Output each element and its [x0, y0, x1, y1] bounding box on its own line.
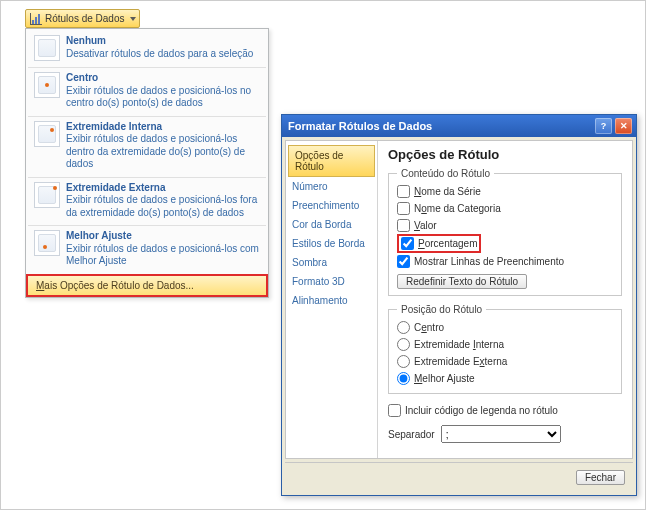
nav-item-border-color[interactable]: Cor da Borda	[286, 215, 377, 234]
chk-category-name-label: Nome da Categoria	[414, 203, 501, 214]
reset-label-text-button[interactable]: Redefinir Texto do Rótulo	[397, 274, 527, 289]
rad-best-fit-input[interactable]	[397, 372, 410, 385]
dialog-body: Opções de Rótulo Número Preenchimento Co…	[285, 140, 633, 459]
menu-item-texts: Extremidade Externa Exibir rótulos de da…	[66, 182, 260, 220]
chk-series-name-input[interactable]	[397, 185, 410, 198]
chk-series-name-label: Nome da Série	[414, 186, 481, 197]
menu-item-desc: Exibir rótulos de dados e posicioná-los …	[66, 194, 260, 219]
chk-category-name[interactable]: Nome da Categoria	[397, 200, 613, 217]
chk-leader-lines-label: Mostrar Linhas de Preenchimento	[414, 256, 564, 267]
rad-best-fit[interactable]: Melhor Ajuste	[397, 370, 613, 387]
rad-outside-end-label: Extremidade Externa	[414, 356, 507, 367]
dropdown-button-label: Rótulos de Dados	[45, 13, 125, 24]
separator-row: Separador ;	[388, 425, 622, 443]
data-labels-dropdown-button[interactable]: Rótulos de Dados	[25, 9, 140, 28]
dialog-nav: Opções de Rótulo Número Preenchimento Co…	[286, 141, 378, 458]
menu-item-none[interactable]: Nenhum Desativar rótulos de dados para a…	[28, 31, 266, 68]
rad-inside-end-label: Extremidade Interna	[414, 339, 504, 350]
data-labels-menu: Nenhum Desativar rótulos de dados para a…	[25, 28, 269, 298]
reset-row: Redefinir Texto do Rótulo	[397, 274, 613, 289]
pane-heading: Opções de Rótulo	[388, 147, 622, 162]
titlebar-buttons: ? ✕	[595, 118, 632, 134]
menu-item-texts: Nenhum Desativar rótulos de dados para a…	[66, 35, 253, 61]
menu-item-outside-end[interactable]: Extremidade Externa Exibir rótulos de da…	[28, 178, 266, 227]
close-button[interactable]: Fechar	[576, 470, 625, 485]
rad-center-input[interactable]	[397, 321, 410, 334]
bar-chart-icon	[30, 13, 42, 25]
menu-item-desc: Exibir rótulos de dados e posicioná-los …	[66, 243, 260, 268]
rad-outside-end-input[interactable]	[397, 355, 410, 368]
group-posicao-legend: Posição do Rótulo	[397, 304, 486, 315]
menu-item-title: Nenhum	[66, 35, 253, 48]
more-options-label: Mais Opções de Rótulo de Dados...	[36, 280, 194, 291]
label-inside-end-icon	[34, 121, 60, 147]
chk-leader-lines-input[interactable]	[397, 255, 410, 268]
separator-select[interactable]: ;	[441, 425, 561, 443]
menu-item-inside-end[interactable]: Extremidade Interna Exibir rótulos de da…	[28, 117, 266, 178]
chk-include-legend-key-label: Incluir código de legenda no rótulo	[405, 405, 558, 416]
chk-value-label: Valor	[414, 220, 437, 231]
nav-item-shadow[interactable]: Sombra	[286, 253, 377, 272]
menu-item-best-fit[interactable]: Melhor Ajuste Exibir rótulos de dados e …	[28, 226, 266, 274]
label-none-icon	[34, 35, 60, 61]
menu-body: Nenhum Desativar rótulos de dados para a…	[26, 29, 268, 274]
rad-center[interactable]: Centro	[397, 319, 613, 336]
nav-item-alignment[interactable]: Alinhamento	[286, 291, 377, 310]
chk-include-legend-key-input[interactable]	[388, 404, 401, 417]
chk-include-legend-key[interactable]: Incluir código de legenda no rótulo	[388, 402, 622, 419]
chevron-down-icon	[130, 17, 136, 21]
rad-center-label: Centro	[414, 322, 444, 333]
nav-item-label-options[interactable]: Opções de Rótulo	[288, 145, 375, 177]
menu-item-texts: Centro Exibir rótulos de dados e posicio…	[66, 72, 260, 110]
menu-item-more-options[interactable]: Mais Opções de Rótulo de Dados...	[26, 274, 268, 297]
rad-best-fit-label: Melhor Ajuste	[414, 373, 475, 384]
dialog-titlebar[interactable]: Formatar Rótulos de Dados ? ✕	[282, 115, 636, 137]
menu-item-desc: Exibir rótulos de dados e posicioná-los …	[66, 133, 260, 171]
dialog-title: Formatar Rótulos de Dados	[288, 120, 432, 132]
chk-percentage[interactable]: Porcentagem	[397, 234, 481, 253]
group-posicao: Posição do Rótulo Centro Extremidade Int…	[388, 304, 622, 394]
format-data-labels-dialog: Formatar Rótulos de Dados ? ✕ Opções de …	[281, 114, 637, 496]
menu-item-texts: Melhor Ajuste Exibir rótulos de dados e …	[66, 230, 260, 268]
label-outside-end-icon	[34, 182, 60, 208]
chk-percentage-label: Porcentagem	[418, 238, 477, 249]
chk-category-name-input[interactable]	[397, 202, 410, 215]
menu-item-desc: Desativar rótulos de dados para a seleçã…	[66, 48, 253, 61]
separator-label: Separador	[388, 429, 435, 440]
chk-value-input[interactable]	[397, 219, 410, 232]
menu-item-desc: Exibir rótulos de dados e posicioná-los …	[66, 85, 260, 110]
menu-item-title: Centro	[66, 72, 260, 85]
menu-item-center[interactable]: Centro Exibir rótulos de dados e posicio…	[28, 68, 266, 117]
label-best-fit-icon	[34, 230, 60, 256]
nav-item-fill[interactable]: Preenchimento	[286, 196, 377, 215]
help-button[interactable]: ?	[595, 118, 612, 134]
menu-item-title: Melhor Ajuste	[66, 230, 260, 243]
chk-value[interactable]: Valor	[397, 217, 613, 234]
group-conteudo-legend: Conteúdo do Rótulo	[397, 168, 494, 179]
dialog-pane: Opções de Rótulo Conteúdo do Rótulo Nome…	[378, 141, 632, 458]
menu-item-title: Extremidade Externa	[66, 182, 260, 195]
nav-item-number[interactable]: Número	[286, 177, 377, 196]
label-center-icon	[34, 72, 60, 98]
nav-item-border-styles[interactable]: Estilos de Borda	[286, 234, 377, 253]
menu-item-title: Extremidade Interna	[66, 121, 260, 134]
rad-inside-end[interactable]: Extremidade Interna	[397, 336, 613, 353]
menu-item-texts: Extremidade Interna Exibir rótulos de da…	[66, 121, 260, 171]
rad-inside-end-input[interactable]	[397, 338, 410, 351]
nav-item-3d-format[interactable]: Formato 3D	[286, 272, 377, 291]
dialog-footer: Fechar	[285, 462, 633, 492]
rad-outside-end[interactable]: Extremidade Externa	[397, 353, 613, 370]
chk-series-name[interactable]: Nome da Série	[397, 183, 613, 200]
chk-percentage-input[interactable]	[401, 237, 414, 250]
close-icon[interactable]: ✕	[615, 118, 632, 134]
group-conteudo: Conteúdo do Rótulo Nome da Série Nome da…	[388, 168, 622, 296]
chk-leader-lines[interactable]: Mostrar Linhas de Preenchimento	[397, 253, 613, 270]
